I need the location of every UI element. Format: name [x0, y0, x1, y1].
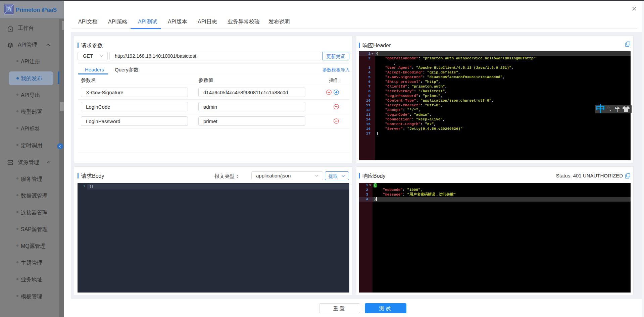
svg-text:P: P — [8, 7, 10, 11]
